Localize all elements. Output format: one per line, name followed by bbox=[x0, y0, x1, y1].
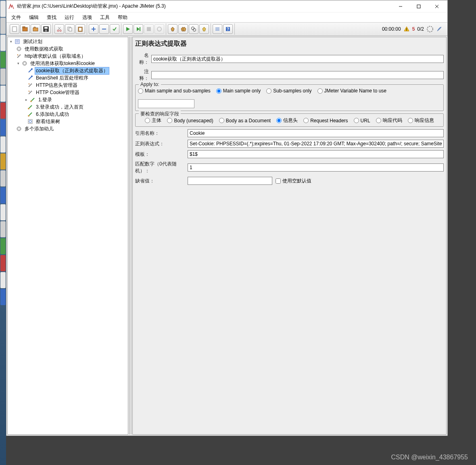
tree-item[interactable]: 察看结果树 bbox=[8, 118, 128, 125]
template-input[interactable] bbox=[188, 150, 444, 158]
svg-text:!: ! bbox=[406, 27, 407, 31]
tree-root[interactable]: ▾ 测试计划 bbox=[8, 38, 128, 45]
maximize-button[interactable] bbox=[409, 1, 428, 12]
jmeter-var-input[interactable] bbox=[138, 99, 194, 108]
tree-item[interactable]: 多个添加幼儿 bbox=[8, 125, 128, 132]
start-no-pauses-button[interactable] bbox=[134, 24, 143, 34]
toggle-icon[interactable]: ▾ bbox=[16, 61, 21, 66]
tree-item[interactable]: BeanShell 后置处理程序 bbox=[8, 74, 128, 82]
paste-button[interactable] bbox=[75, 24, 85, 34]
tree-item[interactable]: HTTP信息头管理器 bbox=[8, 82, 128, 89]
help-button[interactable]: ? bbox=[223, 24, 233, 34]
stop-button[interactable] bbox=[144, 24, 154, 34]
field-headers[interactable]: 信息头 bbox=[276, 117, 298, 124]
svg-point-24 bbox=[157, 27, 161, 31]
apply-var[interactable]: JMeter Variable Name to use bbox=[317, 88, 387, 94]
field-code[interactable]: 响应代码 bbox=[376, 117, 402, 124]
field-url[interactable]: URL bbox=[354, 118, 370, 124]
watermark: CSDN @weixin_43867955 bbox=[391, 454, 468, 461]
wrench-icon bbox=[27, 89, 33, 96]
svg-rect-18 bbox=[79, 28, 81, 31]
default-input[interactable] bbox=[188, 177, 272, 185]
shutdown-button[interactable] bbox=[154, 24, 164, 34]
svg-point-49 bbox=[18, 128, 20, 130]
apply-main-only[interactable]: Main sample only bbox=[216, 88, 261, 94]
collapse-button[interactable] bbox=[99, 24, 109, 34]
field-body[interactable]: 主体 bbox=[145, 117, 161, 124]
refname-label: 引用名称： bbox=[135, 130, 188, 137]
minimize-button[interactable] bbox=[391, 1, 409, 12]
sampler-icon bbox=[27, 104, 33, 110]
comment-label: 注释： bbox=[135, 68, 151, 82]
match-input[interactable] bbox=[188, 163, 444, 172]
apply-to-fieldset: Apply to: Main sample and sub-samples Ma… bbox=[135, 84, 444, 111]
tree-item[interactable]: HTTP Cookie管理器 bbox=[8, 89, 128, 96]
expand-button[interactable] bbox=[89, 24, 98, 34]
regex-input[interactable] bbox=[188, 140, 444, 148]
gear-icon bbox=[21, 60, 28, 67]
new-button[interactable] bbox=[10, 24, 19, 34]
wrench-icon bbox=[16, 53, 22, 59]
tree-item[interactable]: ▾ 使用消息体获取token和cookie bbox=[8, 60, 128, 67]
menu-file[interactable]: 文件 bbox=[8, 13, 24, 22]
regex-label: 正则表达式： bbox=[135, 140, 188, 147]
menu-help[interactable]: 帮助 bbox=[115, 13, 131, 22]
elapsed-time: 00:00:00 bbox=[382, 26, 401, 32]
field-req-headers[interactable]: Request Headers bbox=[303, 118, 348, 124]
menubar: 文件 编辑 查找 运行 选项 工具 帮助 bbox=[6, 13, 447, 22]
toggle-icon[interactable]: ▾ bbox=[8, 39, 13, 44]
name-input[interactable] bbox=[151, 55, 444, 63]
search-button[interactable] bbox=[189, 24, 198, 34]
toggle-icon[interactable]: ▸ bbox=[24, 97, 29, 102]
svg-point-25 bbox=[192, 27, 194, 30]
tree-item[interactable]: 6.添加幼儿成功 bbox=[8, 111, 128, 118]
feather-icon bbox=[436, 26, 443, 32]
tree-panel[interactable]: ▾ 测试计划 使用数据格式获取 http请求默认值（获取域名） ▾ 使用消息体获… bbox=[7, 37, 128, 435]
svg-rect-34 bbox=[15, 40, 19, 44]
default-label: 缺省值： bbox=[135, 178, 188, 184]
toggle-button[interactable] bbox=[110, 24, 119, 34]
tree-item[interactable]: ▸ 1.登录 bbox=[8, 96, 128, 103]
svg-rect-1 bbox=[417, 5, 420, 8]
field-legend: 要检查的响应字段 bbox=[139, 111, 181, 117]
field-body-unescaped[interactable]: Body (unescaped) bbox=[167, 118, 213, 124]
clear-all-button[interactable] bbox=[178, 24, 188, 34]
sampler-icon bbox=[27, 111, 33, 117]
open-button[interactable] bbox=[31, 24, 40, 34]
svg-text:?: ? bbox=[227, 27, 229, 31]
tree-item[interactable]: 使用数据格式获取 bbox=[8, 45, 128, 52]
clear-button[interactable] bbox=[168, 24, 177, 34]
tree-item-selected[interactable]: cookie获取（正则表达式提取器） bbox=[8, 67, 128, 74]
copy-button[interactable] bbox=[65, 24, 75, 34]
cut-button[interactable] bbox=[54, 24, 64, 34]
tree-item[interactable]: 3.登录成功，进入首页 bbox=[8, 103, 128, 111]
apply-main-sub[interactable]: Main sample and sub-samples bbox=[138, 88, 211, 94]
menu-run[interactable]: 运行 bbox=[61, 13, 77, 22]
use-empty-checkbox[interactable]: 使用空默认值 bbox=[276, 178, 311, 184]
start-button[interactable] bbox=[123, 24, 133, 34]
refname-input[interactable] bbox=[188, 129, 444, 137]
name-label: 名称： bbox=[135, 52, 151, 66]
templates-button[interactable] bbox=[20, 24, 30, 34]
field-message[interactable]: 响应信息 bbox=[408, 117, 434, 124]
tree-item[interactable]: http请求默认值（获取域名） bbox=[8, 52, 128, 60]
comment-input[interactable] bbox=[151, 71, 444, 79]
apply-to-legend: Apply to: bbox=[139, 82, 161, 87]
menu-edit[interactable]: 编辑 bbox=[26, 13, 42, 22]
svg-rect-9 bbox=[44, 27, 48, 29]
field-to-check-fieldset: 要检查的响应字段 主体 Body (unescaped) Body as a D… bbox=[135, 113, 444, 127]
apply-sub-only[interactable]: Sub-samples only bbox=[266, 88, 311, 94]
menu-search[interactable]: 查找 bbox=[44, 13, 60, 22]
field-body-doc[interactable]: Body as a Document bbox=[219, 118, 271, 124]
thread-count: 0/2 bbox=[417, 26, 424, 32]
splitter[interactable] bbox=[129, 37, 132, 435]
detail-panel: 正则表达式提取器 名称： 注释： Apply to: Main sample a… bbox=[132, 37, 447, 435]
close-button[interactable] bbox=[428, 1, 446, 12]
save-button[interactable] bbox=[41, 24, 51, 34]
reset-search-button[interactable] bbox=[199, 24, 209, 34]
menu-options[interactable]: 选项 bbox=[79, 13, 95, 22]
function-helper-button[interactable] bbox=[213, 24, 222, 34]
svg-point-42 bbox=[31, 75, 33, 77]
svg-point-44 bbox=[28, 108, 29, 109]
menu-tools[interactable]: 工具 bbox=[97, 13, 113, 22]
